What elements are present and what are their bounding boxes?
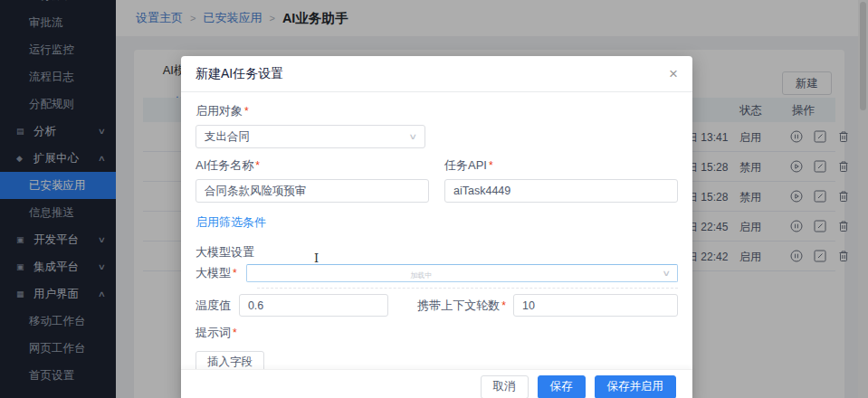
close-icon[interactable]: × (669, 66, 678, 81)
field-label-text: AI任务名称 (196, 158, 253, 172)
required-asterisk: * (489, 159, 493, 172)
required-asterisk: * (233, 267, 237, 280)
new-ai-task-modal: 新建AI任务设置 × 启用对象* 支出合同 ∨ AI任务名称* 任务API* (181, 56, 692, 398)
task-api-input[interactable] (453, 185, 669, 197)
context-rounds-label: 携带上下文轮数* (417, 298, 506, 314)
model-label: 大模型* (196, 265, 237, 281)
field-label-text: 提示词 (196, 326, 231, 339)
select-loading-text: 加载中 (410, 270, 432, 280)
save-and-enable-button[interactable]: 保存并启用 (595, 375, 677, 398)
enable-object-select[interactable]: 支出合同 ∨ (196, 125, 425, 148)
prompt-label: 提示词* (196, 325, 678, 341)
modal-body: 启用对象* 支出合同 ∨ AI任务名称* 任务API* 启用筛选条件 大模型设置 (181, 92, 692, 369)
required-asterisk: * (233, 327, 237, 339)
required-asterisk: * (244, 105, 249, 118)
field-label-text: 携带上下文轮数 (417, 298, 500, 312)
task-api-label: 任务API* (444, 157, 678, 174)
model-select[interactable]: 加载中 ∨ (246, 264, 678, 282)
field-label-text: 大模型 (196, 266, 231, 280)
insert-field-button[interactable]: 插入字段 (196, 351, 264, 369)
enable-filter-link[interactable]: 启用筛选条件 (196, 214, 678, 231)
task-name-label: AI任务名称* (196, 157, 429, 174)
save-button[interactable]: 保存 (538, 375, 586, 398)
modal-footer: 取消 保存 保存并启用 (181, 369, 692, 398)
temperature-label: 温度值 (196, 298, 239, 314)
modal-title: 新建AI任务设置 (196, 66, 283, 82)
cancel-button[interactable]: 取消 (481, 375, 529, 398)
context-rounds-input[interactable] (522, 299, 669, 312)
required-asterisk: * (255, 159, 260, 172)
field-label-text: 启用对象 (196, 104, 243, 118)
required-asterisk: * (501, 299, 506, 312)
field-label-text: 任务API (444, 158, 487, 172)
enable-object-value: 支出合同 (205, 129, 250, 145)
temperature-input[interactable] (248, 299, 379, 312)
dropdown-panel-edge (257, 288, 678, 289)
enable-object-label: 启用对象* (196, 103, 678, 119)
modal-header: 新建AI任务设置 × (181, 56, 692, 92)
task-name-input[interactable] (205, 185, 420, 197)
chevron-down-icon: ∨ (663, 269, 672, 278)
model-settings-section-label: 大模型设置 (196, 244, 678, 261)
chevron-down-icon: ∨ (409, 132, 418, 141)
